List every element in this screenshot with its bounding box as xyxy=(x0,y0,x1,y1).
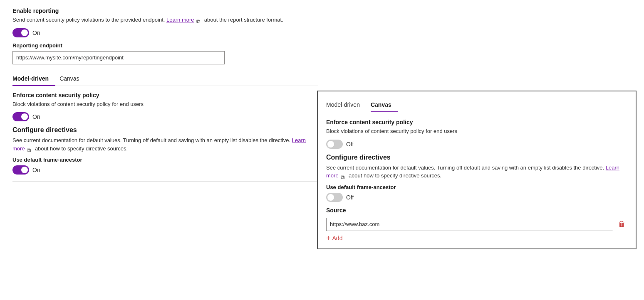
page-container: Enable reporting Send content security p… xyxy=(0,0,644,300)
enforce-csp-desc-left: Block violations of content security pol… xyxy=(12,100,318,108)
external-link-icon-3: ⧉ xyxy=(341,173,346,179)
configure-directives-title-right: Configure directives xyxy=(326,154,627,161)
use-default-frame-toggle-left[interactable] xyxy=(12,165,29,175)
use-default-frame-toggle-row-left: On xyxy=(12,165,318,175)
enable-reporting-desc: Send content security policy violations … xyxy=(12,16,318,24)
tab-canvas-right[interactable]: Canvas xyxy=(371,98,398,112)
tab-model-driven-right[interactable]: Model-driven xyxy=(326,98,367,112)
use-default-frame-section-right: Use default frame-ancestor Off xyxy=(326,184,627,202)
enforce-csp-section-left: Enforce content security policy Block vi… xyxy=(12,92,318,122)
enforce-csp-toggle-label-left: On xyxy=(32,113,40,120)
enforce-csp-toggle-row-left: On xyxy=(12,112,318,121)
use-default-frame-section-left: Use default frame-ancestor On xyxy=(12,157,318,175)
enable-reporting-title: Enable reporting xyxy=(12,7,318,14)
toggle-knob xyxy=(327,194,334,201)
configure-directives-title-left: Configure directives xyxy=(12,126,318,134)
use-default-frame-toggle-label-left: On xyxy=(32,167,40,173)
configure-directives-section-left: Configure directives See current documen… xyxy=(12,126,318,152)
toggle-knob xyxy=(21,30,28,36)
use-default-frame-toggle-row-right: Off xyxy=(326,193,627,202)
enforce-csp-toggle-label-right: Off xyxy=(346,141,354,148)
reporting-endpoint-input[interactable] xyxy=(12,51,225,64)
enforce-csp-section-right: Enforce content security policy Block vi… xyxy=(326,119,627,149)
enforce-csp-desc-right: Block violations of content security pol… xyxy=(326,127,627,135)
delete-source-button[interactable]: 🗑 xyxy=(617,218,627,230)
reporting-endpoint-section: Reporting endpoint xyxy=(12,42,318,72)
external-link-icon-2: ⧉ xyxy=(27,146,32,152)
plus-icon: + xyxy=(326,234,331,242)
configure-directives-desc-right: See current documentation for default va… xyxy=(326,164,627,180)
enable-reporting-toggle-label: On xyxy=(32,30,40,36)
right-tabs: Model-driven Canvas xyxy=(326,98,627,112)
toggle-knob xyxy=(21,113,28,120)
enforce-csp-title-left: Enforce content security policy xyxy=(12,92,318,98)
enable-reporting-learn-more[interactable]: Learn more xyxy=(166,17,194,23)
configure-directives-desc-left: See current documentation for default va… xyxy=(12,136,318,152)
use-default-frame-toggle-label-right: Off xyxy=(346,194,354,201)
external-link-icon-1: ⧉ xyxy=(196,17,202,23)
delete-icon: 🗑 xyxy=(618,220,626,228)
add-source-button[interactable]: + Add xyxy=(326,234,342,242)
enable-reporting-toggle[interactable] xyxy=(12,28,29,37)
source-label: Source xyxy=(326,207,627,214)
enable-reporting-toggle-row: On xyxy=(12,28,318,37)
toggle-knob xyxy=(21,167,28,173)
use-default-frame-label-left: Use default frame-ancestor xyxy=(12,157,318,163)
toggle-knob xyxy=(327,141,334,148)
enable-reporting-section: Enable reporting Send content security p… xyxy=(12,7,318,37)
reporting-endpoint-label: Reporting endpoint xyxy=(12,42,318,49)
source-row: 🗑 xyxy=(326,218,627,231)
enforce-csp-title-right: Enforce content security policy xyxy=(326,119,627,125)
source-section: Source 🗑 + Add xyxy=(326,207,627,242)
enforce-csp-toggle-row-right: Off xyxy=(326,140,627,149)
tab-model-driven-left[interactable]: Model-driven xyxy=(12,72,55,86)
add-source-label: Add xyxy=(332,235,343,241)
configure-directives-section-right: Configure directives See current documen… xyxy=(326,154,627,180)
use-default-frame-label-right: Use default frame-ancestor xyxy=(326,184,627,190)
section-divider xyxy=(12,181,322,182)
left-panel: Enable reporting Send content security p… xyxy=(8,7,322,182)
tab-canvas-left[interactable]: Canvas xyxy=(59,72,86,86)
use-default-frame-toggle-right[interactable] xyxy=(326,193,343,202)
source-input[interactable] xyxy=(326,218,613,231)
enforce-csp-toggle-right[interactable] xyxy=(326,140,343,149)
right-panel: Model-driven Canvas Enforce content secu… xyxy=(317,91,637,249)
enforce-csp-toggle-left[interactable] xyxy=(12,112,29,121)
left-tabs: Model-driven Canvas xyxy=(12,72,318,86)
